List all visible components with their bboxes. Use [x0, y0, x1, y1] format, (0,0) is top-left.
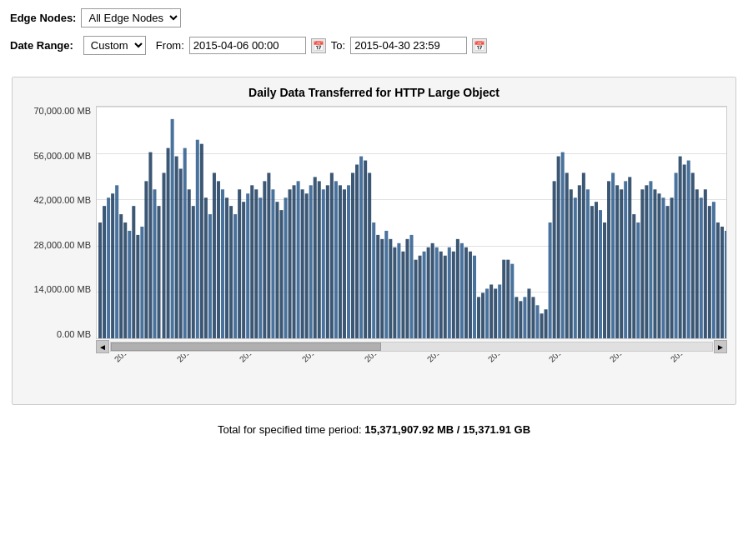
svg-rect-141: [691, 172, 695, 338]
svg-rect-140: [687, 161, 690, 338]
svg-rect-116: [586, 189, 590, 338]
x-label-6: 2015-04-12: [486, 354, 523, 364]
svg-rect-42: [275, 202, 279, 338]
svg-rect-91: [481, 292, 484, 338]
svg-rect-85: [456, 239, 459, 338]
svg-rect-52: [318, 181, 321, 338]
svg-rect-28: [217, 181, 220, 338]
svg-rect-131: [649, 181, 652, 338]
svg-rect-34: [242, 202, 245, 338]
date-range-label: Date Range:: [10, 39, 73, 52]
svg-rect-31: [229, 206, 233, 338]
edge-nodes-select[interactable]: All Edge Nodes: [81, 8, 181, 28]
svg-rect-21: [188, 189, 191, 338]
svg-rect-94: [494, 288, 497, 338]
svg-rect-72: [401, 252, 404, 338]
svg-rect-41: [271, 189, 274, 338]
svg-rect-84: [452, 252, 455, 338]
svg-rect-58: [343, 189, 346, 338]
svg-rect-139: [683, 165, 686, 339]
svg-rect-137: [675, 172, 678, 338]
svg-rect-3: [111, 193, 114, 338]
svg-rect-76: [419, 256, 422, 338]
scroll-right-arrow[interactable]: ►: [714, 340, 727, 353]
svg-rect-25: [204, 198, 208, 338]
date-range-select[interactable]: Custom: [83, 36, 146, 55]
svg-rect-7: [128, 231, 131, 338]
svg-rect-11: [144, 181, 148, 338]
svg-rect-68: [384, 231, 388, 338]
svg-rect-36: [250, 185, 254, 338]
date-range-row: Date Range: Custom From: 📅 To: 📅: [10, 36, 738, 55]
x-label-1: 2015-04-07: [175, 354, 212, 364]
svg-rect-103: [531, 297, 535, 338]
svg-rect-132: [653, 189, 656, 338]
total-line: Total for specified time period: 15,371,…: [0, 413, 748, 442]
svg-rect-114: [578, 185, 581, 338]
svg-rect-148: [720, 227, 724, 338]
svg-rect-105: [540, 313, 544, 338]
svg-rect-106: [545, 309, 548, 338]
svg-rect-10: [140, 227, 143, 338]
svg-rect-129: [640, 189, 644, 338]
svg-rect-93: [489, 284, 493, 338]
svg-rect-109: [557, 157, 560, 338]
x-label-3: 2015-04-09: [300, 354, 337, 364]
svg-rect-55: [330, 172, 334, 338]
svg-rect-120: [603, 222, 606, 338]
svg-rect-71: [397, 243, 400, 338]
svg-rect-133: [657, 193, 660, 338]
svg-rect-30: [225, 198, 228, 338]
svg-rect-119: [599, 210, 602, 338]
svg-rect-54: [326, 185, 329, 338]
svg-rect-134: [661, 198, 665, 338]
svg-rect-18: [175, 157, 178, 338]
svg-rect-98: [510, 264, 514, 338]
svg-rect-53: [322, 189, 325, 338]
svg-rect-23: [196, 140, 199, 338]
edge-nodes-row: Edge Nodes: All Edge Nodes: [10, 8, 738, 28]
from-input[interactable]: [189, 37, 306, 54]
svg-rect-113: [574, 198, 577, 338]
svg-rect-5: [119, 214, 123, 338]
from-label: From:: [156, 39, 184, 52]
svg-rect-143: [700, 198, 703, 338]
scrollbar-thumb[interactable]: [111, 342, 381, 351]
svg-rect-56: [334, 181, 338, 338]
svg-rect-92: [485, 288, 489, 338]
svg-rect-95: [498, 284, 501, 338]
x-label-4: 2015-04-10: [363, 354, 399, 364]
svg-rect-128: [636, 222, 640, 338]
svg-rect-126: [628, 177, 631, 338]
from-calendar-icon[interactable]: 📅: [311, 38, 326, 53]
svg-rect-104: [535, 305, 539, 338]
svg-rect-111: [565, 172, 569, 338]
scroll-left-arrow[interactable]: ◄: [96, 340, 109, 353]
svg-rect-147: [716, 222, 720, 338]
total-value: 15,371,907.92 MB / 15,371.91 GB: [364, 423, 530, 436]
edge-nodes-label: Edge Nodes:: [10, 12, 76, 24]
scrollbar-track[interactable]: [110, 342, 713, 352]
svg-rect-40: [267, 172, 270, 338]
svg-rect-117: [590, 206, 594, 338]
svg-rect-142: [695, 189, 699, 338]
svg-rect-100: [519, 301, 522, 338]
x-label-0: 2015-04-06: [113, 354, 149, 364]
to-input[interactable]: [350, 37, 467, 54]
svg-rect-99: [515, 297, 518, 338]
x-label-7: 2015-04-13: [547, 354, 584, 364]
svg-rect-90: [477, 297, 480, 338]
to-calendar-icon[interactable]: 📅: [472, 38, 487, 53]
total-label: Total for specified time period:: [218, 423, 362, 436]
svg-rect-65: [372, 222, 375, 338]
bars-chart: [97, 107, 726, 338]
svg-rect-149: [725, 231, 726, 338]
svg-rect-127: [632, 214, 635, 338]
svg-rect-19: [179, 168, 183, 338]
svg-rect-78: [427, 248, 430, 338]
svg-rect-74: [409, 235, 413, 338]
svg-rect-1: [103, 206, 106, 338]
svg-rect-89: [473, 256, 476, 338]
svg-rect-2: [107, 198, 110, 338]
svg-rect-145: [708, 206, 711, 338]
